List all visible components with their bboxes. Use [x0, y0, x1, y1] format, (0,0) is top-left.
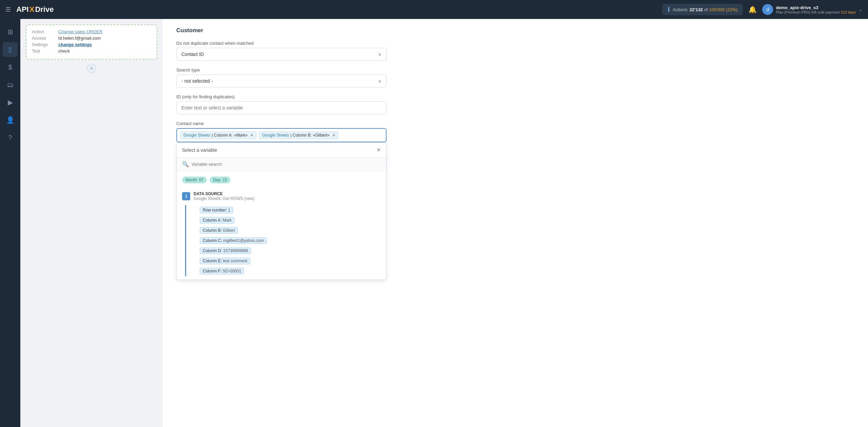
dedup-field-group: Do not duplicate contact when matched Co…: [176, 41, 854, 61]
sidebar-item-profile[interactable]: 👤: [3, 113, 18, 127]
notification-bell-icon[interactable]: 🔔: [748, 5, 757, 14]
sidebar-item-flow[interactable]: ⣿: [3, 42, 18, 57]
quick-tag-month[interactable]: Month: 07: [182, 177, 207, 183]
sidebar-item-help[interactable]: ?: [3, 130, 18, 145]
variable-dropdown: Select a variable ✕ 🔍 Month: 07 Day: 15: [176, 142, 387, 280]
user-menu-chevron-icon[interactable]: ⌄: [859, 7, 863, 12]
sidebar-item-home[interactable]: ⊞: [3, 24, 18, 39]
navbar: ☰ API X Drive ℹ Actions: 22'132 of 100'0…: [0, 0, 868, 19]
tag-google-sheets-col-a[interactable]: Google Sheets | Column A: «Mark» ✕: [180, 131, 256, 139]
tag-column-label-b: | Column B:: [291, 133, 312, 138]
data-source-info: DATA SOURCE Google Sheets: Get ROWS (new…: [194, 191, 254, 201]
actions-percent: (22%): [726, 7, 738, 12]
dedup-label: Do not duplicate contact when matched: [176, 41, 854, 46]
contact-name-tag-input[interactable]: Google Sheets | Column A: «Mark» ✕ Googl…: [176, 128, 387, 142]
search-type-select[interactable]: - not selected - ∨: [176, 75, 387, 87]
tag-source-label-b: Google Sheets: [262, 133, 289, 138]
config-value-test: check: [58, 48, 70, 54]
list-item[interactable]: Column F: SO-00001: [196, 266, 386, 276]
id-label: ID (only for finding duplicates): [176, 94, 854, 99]
config-value-settings[interactable]: change settings: [58, 42, 92, 47]
quick-tag-day[interactable]: Day: 15: [210, 177, 230, 183]
actions-total: 100'000: [709, 7, 725, 12]
config-label-access: Access: [32, 36, 56, 41]
section-title: Customer: [176, 27, 854, 34]
config-label-action: Action: [32, 29, 56, 34]
config-row-access: Access ld.helen.f@gmail.com: [32, 36, 151, 41]
search-type-field-group: Search type - not selected - ∨: [176, 67, 854, 87]
logo-x: X: [29, 5, 35, 14]
tag-source-label: Google Sheets: [183, 133, 210, 138]
variable-search-bar: 🔍: [177, 158, 386, 171]
actions-box: ℹ Actions: 22'132 of 100'000 (22%): [662, 4, 743, 15]
left-panel: Action Change sales ORDER Access ld.hele…: [20, 19, 163, 427]
user-info: demo_apix-drive_s3 Plan |Premium PRO| le…: [776, 5, 856, 14]
list-item[interactable]: Column A: Mark: [196, 215, 386, 225]
variable-search-input[interactable]: [192, 162, 381, 167]
right-panel: Customer Do not duplicate contact when m…: [163, 19, 868, 427]
actions-label: Actions:: [673, 7, 688, 12]
config-row-test: Test check: [32, 48, 151, 54]
list-item[interactable]: Row number: 1: [196, 205, 386, 215]
config-row-settings: Settings change settings: [32, 42, 151, 47]
data-source-badge: 1: [182, 192, 190, 200]
data-source-header: 1 DATA SOURCE Google Sheets: Get ROWS (n…: [177, 189, 386, 204]
tag-column-label: | Column A:: [212, 133, 233, 138]
flow-icon: ⣿: [8, 46, 12, 53]
id-input[interactable]: [176, 101, 387, 114]
sidebar-item-video[interactable]: ▶: [3, 95, 18, 110]
user-menu[interactable]: d demo_apix-drive_s3 Plan |Premium PRO| …: [762, 4, 863, 15]
dedup-select[interactable]: Contact ID ∨: [176, 48, 387, 61]
dedup-chevron-icon: ∨: [378, 52, 381, 57]
config-value-action[interactable]: Change sales ORDER: [58, 29, 102, 34]
home-icon: ⊞: [7, 28, 13, 36]
search-icon: 🔍: [182, 161, 189, 167]
data-source-section: 1 DATA SOURCE Google Sheets: Get ROWS (n…: [177, 186, 386, 279]
list-item[interactable]: Column D: 15739999999: [196, 246, 386, 256]
info-icon: ℹ: [668, 6, 670, 13]
video-icon: ▶: [8, 98, 13, 106]
dollar-icon: $: [8, 63, 12, 71]
list-item[interactable]: Column B: Gilbert: [196, 225, 386, 236]
tag-google-sheets-col-b[interactable]: Google Sheets | Column B: «Gilbert» ✕: [259, 131, 338, 139]
actions-count: 22'132: [690, 7, 703, 12]
briefcase-icon: 🗂: [7, 81, 14, 89]
main-content: Action Change sales ORDER Access ld.hele…: [20, 19, 868, 427]
logo-api: API: [16, 5, 29, 14]
search-type-chevron-icon: ∨: [378, 78, 381, 84]
avatar: d: [762, 4, 773, 15]
contact-name-field-group: Contact name Google Sheets | Column A: «…: [176, 121, 854, 280]
menu-icon[interactable]: ☰: [5, 6, 11, 13]
logo-drive: Drive: [35, 5, 54, 14]
sidebar-item-billing[interactable]: $: [3, 60, 18, 75]
config-label-test: Test: [32, 48, 56, 54]
tag-value-b: «Gilbert»: [313, 133, 330, 138]
variable-items-list: Row number: 1 Column A: Mark Column B: G…: [185, 205, 386, 276]
dedup-select-value: Contact ID: [181, 52, 204, 57]
actions-of: of: [704, 7, 709, 12]
variable-list: Month: 07 Day: 15 1 DATA SOURCE Google S…: [177, 171, 386, 280]
list-item[interactable]: Column E: test comment: [196, 256, 386, 266]
tag-value: «Mark»: [234, 133, 248, 138]
list-item[interactable]: Column C: mgilbert1@yahoo.com: [196, 236, 386, 246]
config-value-access: ld.helen.f@gmail.com: [58, 36, 101, 41]
tag-close-icon-b[interactable]: ✕: [332, 133, 335, 138]
data-source-sub: Google Sheets: Get ROWS (new): [194, 196, 254, 201]
add-step-button[interactable]: +: [87, 64, 96, 73]
search-type-label: Search type: [176, 67, 854, 73]
config-row-action: Action Change sales ORDER: [32, 29, 151, 34]
data-source-name: DATA SOURCE: [194, 191, 254, 196]
variable-dropdown-close-icon[interactable]: ✕: [376, 147, 381, 153]
actions-text: Actions: 22'132 of 100'000 (22%): [673, 7, 737, 12]
variable-quick-tags: Month: 07 Day: 15: [177, 174, 386, 186]
config-label-settings: Settings: [32, 42, 56, 47]
profile-icon: 👤: [6, 116, 15, 124]
help-icon: ?: [8, 134, 12, 142]
search-type-value: - not selected -: [181, 78, 213, 84]
contact-name-label: Contact name: [176, 121, 854, 126]
sidebar-item-briefcase[interactable]: 🗂: [3, 77, 18, 92]
tag-close-icon[interactable]: ✕: [250, 133, 253, 138]
id-field-group: ID (only for finding duplicates): [176, 94, 854, 114]
plus-icon: +: [90, 65, 93, 72]
sidebar: ⊞ ⣿ $ 🗂 ▶ 👤 ?: [0, 19, 20, 427]
